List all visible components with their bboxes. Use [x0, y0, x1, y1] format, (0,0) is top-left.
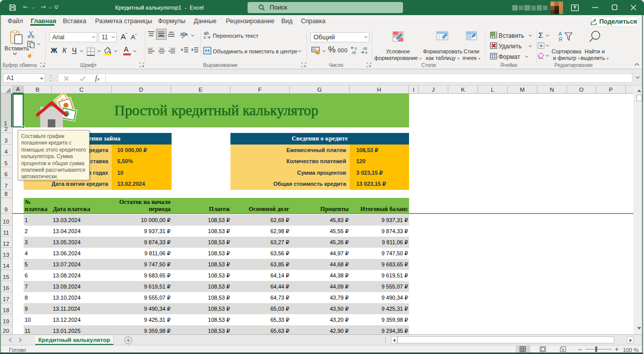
svg-text:c: c [204, 35, 206, 39]
svg-text:Я: Я [558, 37, 562, 42]
svg-text:А: А [558, 31, 562, 37]
svg-text:.00: .00 [351, 51, 356, 54]
svg-text:.00: .00 [362, 47, 367, 50]
svg-text:0: 0 [365, 51, 367, 54]
svg-text:0: 0 [355, 47, 357, 50]
